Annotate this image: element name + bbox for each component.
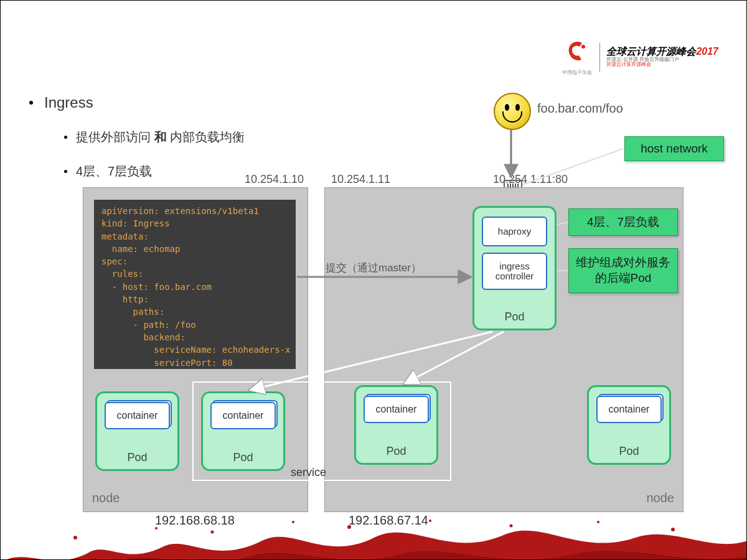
logo-badge: 中国电子学会 <box>562 38 593 76</box>
node-right-top-ip: 10.254.1.11 <box>331 173 390 186</box>
svg-point-13 <box>429 520 431 522</box>
node-left-top-ip: 10.254.1.10 <box>245 173 304 186</box>
bullet-dot-icon <box>64 136 67 139</box>
svg-point-9 <box>155 527 157 530</box>
pod-4-label: Pod <box>589 445 669 458</box>
heading-text: Ingress <box>44 94 93 111</box>
svg-point-15 <box>597 521 599 523</box>
haproxy-container: haproxy <box>482 217 547 246</box>
service-label: service <box>291 466 326 479</box>
callout-maintain: 维护组成对外服务的后端Pod <box>568 248 678 293</box>
ingress-pod-label: Pod <box>474 310 555 324</box>
bullet2-text: 4层、7层负载 <box>76 163 152 180</box>
yaml-code-block: apiVersion: extensions/v1beta1 kind: Ing… <box>94 200 296 369</box>
svg-point-16 <box>671 528 675 531</box>
ingress-controller-container: ingresscontroller <box>482 253 547 290</box>
bullet-dot-icon <box>64 170 67 173</box>
slide: 中国电子学会 全球云计算开源峰会2017 开源云·云开源 开放云升级版门户 开源… <box>0 0 747 560</box>
pod-1-label: Pod <box>97 451 177 464</box>
svg-point-12 <box>347 525 351 529</box>
logo-title-main: 全球云计算开源峰会 <box>606 46 696 57</box>
svg-point-14 <box>510 525 513 528</box>
ingress-pod: haproxy ingresscontroller Pod <box>472 206 557 330</box>
svg-point-0 <box>581 45 585 49</box>
pod-4-container: container <box>596 396 662 423</box>
callout-layer: 4层、7层负载 <box>568 208 678 236</box>
pod-1-container: container <box>105 402 170 429</box>
logo-title-year: 2017 <box>696 46 718 57</box>
bullet-heading: Ingress <box>29 94 245 111</box>
svg-point-8 <box>73 536 77 539</box>
node-right-top-port: 10.254.1.11:80 <box>493 173 568 186</box>
bullet-item-1: 提供外部访问 和 内部负载均衡 <box>64 129 245 146</box>
user-smiley-icon <box>494 93 531 130</box>
svg-point-11 <box>292 521 294 523</box>
bullet1-bold: 和 <box>154 130 167 144</box>
bullet-dot-icon <box>29 101 33 105</box>
request-url: foo.bar.com/foo <box>537 101 623 116</box>
svg-point-10 <box>211 531 214 534</box>
decorative-red-splash <box>1 503 746 559</box>
conference-logo: 中国电子学会 全球云计算开源峰会2017 开源云·云开源 开放云升级版门户 开源… <box>562 38 718 76</box>
logo-subtext: 中国电子学会 <box>562 69 593 76</box>
bullet1-part-a: 提供外部访问 <box>76 130 154 144</box>
logo-divider <box>599 43 600 72</box>
logo-text: 全球云计算开源峰会2017 开源云·云开源 开放云升级版门户 开源云计算开源峰会 <box>606 46 718 68</box>
bullet-list: Ingress 提供外部访问 和 内部负载均衡 4层、7层负载 <box>29 94 245 180</box>
pod-4: container Pod <box>587 385 671 465</box>
callout-host-network: host network <box>624 136 724 161</box>
submit-arrow-label: 提交（通过master） <box>326 261 421 275</box>
logo-tagline-2: 开源云计算开源峰会 <box>606 62 718 68</box>
bullet-item-2: 4层、7层负载 <box>64 163 245 180</box>
pod-1: container Pod <box>95 391 179 471</box>
bullet1-part-b: 内部负载均衡 <box>167 130 245 144</box>
